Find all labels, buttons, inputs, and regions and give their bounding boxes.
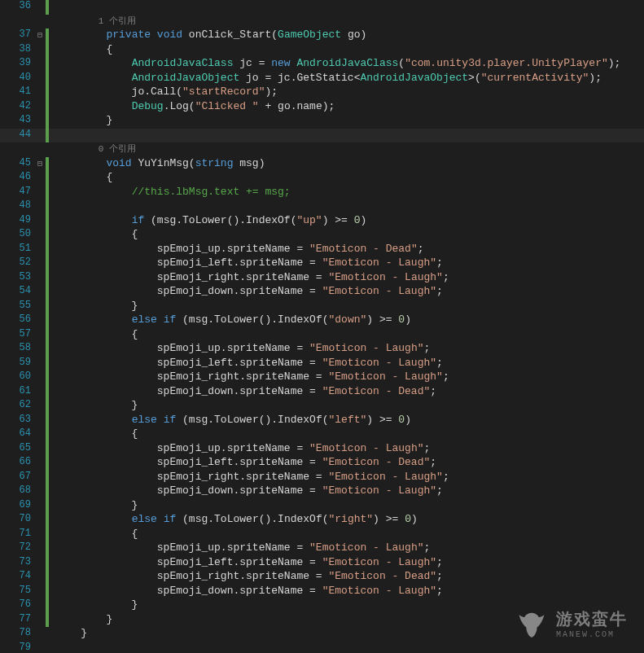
code-line[interactable]: 64 { <box>0 427 644 442</box>
code-content[interactable]: spEmoji_up.spriteName = "Emoticon - Laug… <box>49 541 644 554</box>
code-line[interactable]: 57 { <box>0 328 644 343</box>
code-content[interactable]: else if (msg.ToLower().IndexOf("right") … <box>49 513 644 525</box>
code-line[interactable]: 37⊟ private void onClick_Start(GameObjec… <box>0 28 644 43</box>
code-content[interactable]: spEmoji_down.spriteName = "Emoticon - La… <box>49 285 644 297</box>
code-line[interactable]: 79 <box>0 642 644 654</box>
code-line[interactable]: 62 } <box>0 399 644 414</box>
code-content[interactable]: 0 个引用 <box>49 142 644 155</box>
code-line[interactable]: 46 { <box>0 171 644 186</box>
code-content[interactable]: AndroidJavaObject jo = jc.GetStatic<Andr… <box>49 72 644 84</box>
token: private <box>106 28 151 41</box>
line-number: 50 <box>0 228 34 239</box>
code-content[interactable]: { <box>49 328 644 340</box>
code-line[interactable]: 38 { <box>0 43 644 58</box>
code-editor[interactable]: 36 1 个引用37⊟ private void onClick_Start(G… <box>0 0 644 653</box>
code-line[interactable]: 74 spEmoji_right.spriteName = "Emoticon … <box>0 570 644 585</box>
code-content[interactable]: Debug.Log("Clicked " + go.name); <box>49 100 644 112</box>
code-line[interactable]: 54 spEmoji_down.spriteName = "Emoticon -… <box>0 285 644 300</box>
code-content[interactable]: if (msg.ToLower().IndexOf("up") >= 0) <box>49 214 644 226</box>
code-line[interactable]: 40 AndroidJavaObject jo = jc.GetStatic<A… <box>0 72 644 86</box>
code-line[interactable]: 0 个引用 <box>0 142 644 157</box>
code-content[interactable]: spEmoji_up.spriteName = "Emoticon - Dead… <box>49 243 644 255</box>
code-line[interactable]: 60 spEmoji_right.spriteName = "Emoticon … <box>0 370 644 385</box>
code-line[interactable]: 43 } <box>0 114 644 129</box>
code-line[interactable]: 71 { <box>0 528 644 542</box>
code-content[interactable]: } <box>49 499 644 511</box>
code-line[interactable]: 44 <box>0 129 644 143</box>
code-content[interactable]: else if (msg.ToLower().IndexOf("down") >… <box>49 313 644 326</box>
code-content[interactable]: { <box>49 528 644 540</box>
code-content[interactable]: spEmoji_down.spriteName = "Emoticon - De… <box>49 385 644 397</box>
code-content[interactable]: else if (msg.ToLower().IndexOf("left") >… <box>49 414 644 426</box>
code-content[interactable]: AndroidJavaClass jc = new AndroidJavaCla… <box>49 57 644 69</box>
code-line[interactable]: 1 个引用 <box>0 15 644 29</box>
fold-toggle-icon[interactable]: ⊟ <box>34 28 46 42</box>
token: "Emoticon - Dead" <box>309 243 418 255</box>
code-line[interactable]: 59 spEmoji_left.spriteName = "Emoticon -… <box>0 357 644 371</box>
code-content[interactable]: spEmoji_right.spriteName = "Emoticon - L… <box>49 370 644 383</box>
code-line[interactable]: 48 <box>0 199 644 214</box>
fold-toggle-icon[interactable]: ⊟ <box>34 157 46 171</box>
code-line[interactable]: 58 spEmoji_up.spriteName = "Emoticon - L… <box>0 342 644 357</box>
code-content[interactable]: spEmoji_right.spriteName = "Emoticon - D… <box>49 570 644 582</box>
code-content[interactable]: spEmoji_right.spriteName = "Emoticon - L… <box>49 271 644 283</box>
code-content[interactable]: spEmoji_left.spriteName = "Emoticon - De… <box>49 456 644 468</box>
code-content[interactable]: { <box>49 43 644 55</box>
code-content[interactable]: } <box>49 114 644 126</box>
token: ( <box>398 57 405 69</box>
code-line[interactable]: 66 spEmoji_left.spriteName = "Emoticon -… <box>0 456 644 471</box>
code-line[interactable]: 56 else if (msg.ToLower().IndexOf("down"… <box>0 313 644 328</box>
code-content[interactable]: jo.Call("startRecord"); <box>49 85 644 98</box>
code-content[interactable]: } <box>49 399 644 411</box>
code-line[interactable]: 53 spEmoji_right.spriteName = "Emoticon … <box>0 271 644 286</box>
code-content[interactable]: 1 个引用 <box>49 15 644 27</box>
token: spEmoji_down.spriteName = <box>55 385 322 397</box>
code-line[interactable]: 75 spEmoji_down.spriteName = "Emoticon -… <box>0 585 644 599</box>
code-content[interactable]: spEmoji_left.spriteName = "Emoticon - La… <box>49 256 644 269</box>
code-line[interactable]: 45⊟ void YuYinMsg(string msg) <box>0 157 644 172</box>
code-content[interactable]: spEmoji_left.spriteName = "Emoticon - La… <box>49 556 644 568</box>
code-line[interactable]: 41 jo.Call("startRecord"); <box>0 85 644 100</box>
token: AndroidJavaObject <box>132 72 240 84</box>
code-line[interactable]: 52 spEmoji_left.spriteName = "Emoticon -… <box>0 256 644 271</box>
token: ; <box>424 342 431 354</box>
code-line[interactable]: 49 if (msg.ToLower().IndexOf("up") >= 0) <box>0 214 644 229</box>
code-line[interactable]: 63 else if (msg.ToLower().IndexOf("left"… <box>0 414 644 428</box>
reference-count[interactable]: 0 个引用 <box>55 144 136 154</box>
code-content[interactable]: spEmoji_down.spriteName = "Emoticon - La… <box>49 585 644 597</box>
code-line[interactable]: 36 <box>0 0 644 15</box>
code-line[interactable]: 65 spEmoji_up.spriteName = "Emoticon - L… <box>0 442 644 457</box>
code-line[interactable]: 73 spEmoji_left.spriteName = "Emoticon -… <box>0 556 644 571</box>
token: if <box>164 513 177 525</box>
token: "Emoticon - Laugh" <box>322 556 436 568</box>
code-line[interactable]: 70 else if (msg.ToLower().IndexOf("right… <box>0 513 644 528</box>
code-line[interactable]: 51 spEmoji_up.spriteName = "Emoticon - D… <box>0 243 644 257</box>
code-content[interactable]: private void onClick_Start(GameObject go… <box>49 28 644 41</box>
line-number: 36 <box>0 0 34 11</box>
code-content[interactable]: spEmoji_up.spriteName = "Emoticon - Laug… <box>49 342 644 354</box>
reference-count[interactable]: 1 个引用 <box>55 16 136 26</box>
code-line[interactable]: 61 spEmoji_down.spriteName = "Emoticon -… <box>0 385 644 400</box>
code-line[interactable]: 47 //this.lbMsg.text += msg; <box>0 186 644 200</box>
token: AndroidJavaClass <box>296 57 398 69</box>
code-content[interactable]: //this.lbMsg.text += msg; <box>49 186 644 198</box>
code-content[interactable]: spEmoji_left.spriteName = "Emoticon - La… <box>49 357 644 369</box>
code-content[interactable]: } <box>49 300 644 312</box>
code-line[interactable]: 50 { <box>0 228 644 243</box>
code-line[interactable]: 72 spEmoji_up.spriteName = "Emoticon - L… <box>0 541 644 556</box>
line-number: 47 <box>0 186 34 197</box>
code-line[interactable]: 67 spEmoji_right.spriteName = "Emoticon … <box>0 471 644 485</box>
code-content[interactable]: void YuYinMsg(string msg) <box>49 157 644 169</box>
code-content[interactable]: { <box>49 427 644 440</box>
code-line[interactable]: 69 } <box>0 499 644 514</box>
line-number: 51 <box>0 243 34 254</box>
code-content[interactable]: { <box>49 171 644 183</box>
code-line[interactable]: 42 Debug.Log("Clicked " + go.name); <box>0 100 644 115</box>
code-content[interactable]: spEmoji_down.spriteName = "Emoticon - La… <box>49 484 644 497</box>
code-content[interactable]: spEmoji_up.spriteName = "Emoticon - Laug… <box>49 442 644 454</box>
code-content[interactable]: { <box>49 228 644 240</box>
code-line[interactable]: 39 AndroidJavaClass jc = new AndroidJava… <box>0 57 644 72</box>
code-line[interactable]: 68 spEmoji_down.spriteName = "Emoticon -… <box>0 484 644 499</box>
code-content[interactable]: spEmoji_right.spriteName = "Emoticon - L… <box>49 471 644 483</box>
code-line[interactable]: 55 } <box>0 300 644 314</box>
